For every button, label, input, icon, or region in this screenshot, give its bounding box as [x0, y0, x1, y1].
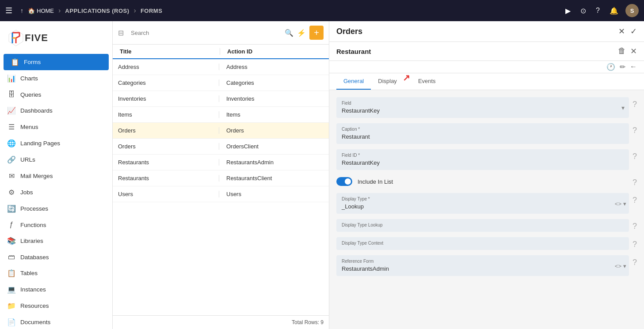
- sidebar-item-forms[interactable]: 📋 Forms: [4, 54, 109, 70]
- include-list-help-icon[interactable]: ?: [633, 178, 637, 187]
- sidebar-label-functions: Functions: [20, 222, 46, 228]
- sidebar-icon-tables: 📋: [7, 269, 16, 277]
- sidebar-item-charts[interactable]: 📊 Charts: [0, 70, 112, 87]
- search-input[interactable]: [127, 28, 281, 38]
- display-type-input[interactable]: Display Type * _Lookup <> ▾: [336, 193, 629, 214]
- cell-separator: [219, 79, 219, 86]
- cell-title: Categories: [118, 79, 215, 86]
- display-type-dropdown-icon[interactable]: ▾: [623, 200, 626, 207]
- include-list-toggle[interactable]: [336, 177, 352, 186]
- sidebar-icon-urls: 🔗: [7, 155, 16, 164]
- sidebar-item-menus[interactable]: ☰ Menus: [0, 119, 112, 135]
- nav-forms-link[interactable]: FORMS: [141, 8, 162, 14]
- cell-action: Orders: [223, 127, 324, 134]
- sidebar: FIVE 📋 Forms📊 Charts🗄 Queries📈 Dashboard…: [0, 21, 113, 329]
- display-type-lookup-input[interactable]: Display Type Lookup: [336, 219, 629, 232]
- caption-input[interactable]: Caption * Restaurant: [336, 123, 629, 144]
- delete-icon[interactable]: 🗑: [618, 46, 626, 56]
- sidebar-icon-queries: 🗄: [7, 91, 16, 98]
- bell-icon[interactable]: 🔔: [610, 7, 618, 15]
- display-type-context-input[interactable]: Display Type Context: [336, 237, 629, 250]
- add-button[interactable]: +: [309, 26, 324, 40]
- edit-icon[interactable]: ✏: [620, 63, 625, 71]
- sidebar-item-functions[interactable]: ƒ Functions: [0, 217, 112, 233]
- sidebar-label-menus: Menus: [20, 124, 38, 130]
- nav-applications-link[interactable]: APPLICATIONS (ROS): [65, 8, 129, 14]
- field-label: Field: [342, 101, 624, 106]
- help-nav-icon[interactable]: ?: [596, 7, 600, 15]
- col-action-header: Action ID: [224, 48, 324, 55]
- table-header: Title Action ID: [113, 45, 329, 59]
- sidebar-item-landing-pages[interactable]: 🌐 Landing Pages: [0, 135, 112, 151]
- reference-form-help-icon[interactable]: ?: [633, 258, 637, 267]
- filter-icon[interactable]: ⊟: [118, 29, 124, 37]
- sidebar-item-instances[interactable]: 💻 Instances: [0, 281, 112, 298]
- section-close-icon[interactable]: ✕: [630, 46, 637, 56]
- fieldid-help-icon[interactable]: ?: [633, 152, 637, 161]
- top-nav: ☰ ↑ 🏠 HOME › APPLICATIONS (ROS) › FORMS …: [0, 0, 644, 21]
- display-type-help-icon[interactable]: ?: [633, 196, 637, 205]
- sidebar-label-databases: Databases: [20, 254, 49, 261]
- field-input[interactable]: Field RestaurantKey ▾: [336, 97, 629, 118]
- cell-separator: [219, 159, 219, 166]
- sidebar-item-databases[interactable]: 🗃 Databases: [0, 249, 112, 265]
- col-separator: [220, 48, 220, 55]
- field-help-icon[interactable]: ?: [633, 100, 637, 109]
- table-row[interactable]: Orders OrdersClient: [113, 139, 329, 155]
- table-row[interactable]: Categories Categories: [113, 75, 329, 91]
- sidebar-item-processes[interactable]: 🔄 Processes: [0, 200, 112, 217]
- reference-form-dropdown-icon[interactable]: ▾: [623, 262, 626, 269]
- sidebar-label-processes: Processes: [20, 205, 48, 212]
- sidebar-item-libraries[interactable]: 📚 Libraries: [0, 233, 112, 249]
- check-icon[interactable]: ✓: [630, 26, 637, 36]
- tab-events[interactable]: Events: [411, 73, 443, 90]
- bolt-icon[interactable]: ⚡: [297, 29, 306, 37]
- nav-sep-2: ›: [134, 7, 136, 15]
- list-toolbar: ⊟ 🔍 ⚡ +: [113, 21, 329, 45]
- caption-help-icon[interactable]: ?: [633, 126, 637, 135]
- sidebar-label-forms: Forms: [24, 59, 41, 65]
- lookup-help-icon[interactable]: ?: [633, 222, 637, 231]
- sidebar-label-mail-merges: Mail Merges: [20, 173, 53, 179]
- table-row[interactable]: Items Items: [113, 107, 329, 123]
- history-icon[interactable]: 🕐: [606, 63, 615, 71]
- fieldid-input[interactable]: Field ID * RestaurantKey: [336, 149, 629, 170]
- field-row: Field RestaurantKey ▾ ?: [336, 97, 637, 118]
- sidebar-item-queries[interactable]: 🗄 Queries: [0, 87, 112, 102]
- reference-form-code-icon[interactable]: <>: [615, 262, 621, 269]
- display-type-icons: <> ▾: [615, 200, 626, 207]
- cell-action: RestaurantsAdmin: [223, 159, 324, 166]
- table-row[interactable]: Users Users: [113, 186, 329, 202]
- field-dropdown-icon[interactable]: ▾: [621, 104, 625, 111]
- back-icon[interactable]: ←: [630, 63, 637, 71]
- avatar[interactable]: S: [625, 4, 639, 17]
- sidebar-item-urls[interactable]: 🔗 URLs: [0, 151, 112, 168]
- table-row[interactable]: Restaurants RestaurantsClient: [113, 170, 329, 186]
- search-nav-icon[interactable]: ⊙: [580, 7, 586, 15]
- play-icon[interactable]: ▶: [565, 7, 571, 15]
- display-type-code-icon[interactable]: <>: [615, 200, 621, 207]
- table-row[interactable]: Address Address: [113, 59, 329, 75]
- context-help-icon[interactable]: ?: [633, 240, 637, 249]
- table-row[interactable]: Inventories Inventories: [113, 91, 329, 107]
- tab-display[interactable]: Display ↗: [371, 73, 404, 90]
- cell-action: RestaurantsClient: [223, 175, 324, 182]
- sidebar-item-dashboards[interactable]: 📈 Dashboards: [0, 102, 112, 119]
- search-icon[interactable]: 🔍: [285, 29, 293, 37]
- hamburger-icon[interactable]: ☰: [5, 6, 12, 15]
- close-icon[interactable]: ✕: [618, 26, 625, 36]
- reference-form-input[interactable]: Reference Form RestaurantsAdmin <> ▾: [336, 255, 629, 276]
- cell-title: Inventories: [118, 95, 215, 102]
- nav-home-link[interactable]: 🏠 HOME: [28, 8, 54, 14]
- table-row[interactable]: Restaurants RestaurantsAdmin: [113, 155, 329, 170]
- display-type-context-row: Display Type Context ?: [336, 237, 637, 250]
- nav-up-icon[interactable]: ↑: [20, 7, 23, 14]
- cell-action: Address: [223, 64, 324, 70]
- tab-general[interactable]: General: [336, 73, 371, 90]
- sidebar-item-mail-merges[interactable]: ✉ Mail Merges: [0, 168, 112, 184]
- sidebar-item-resources[interactable]: 📁 Resources: [0, 298, 112, 314]
- sidebar-item-documents[interactable]: 📄 Documents: [0, 314, 112, 329]
- table-row[interactable]: Orders Orders: [113, 123, 329, 139]
- sidebar-item-tables[interactable]: 📋 Tables: [0, 265, 112, 281]
- sidebar-item-jobs[interactable]: ⚙ Jobs: [0, 184, 112, 200]
